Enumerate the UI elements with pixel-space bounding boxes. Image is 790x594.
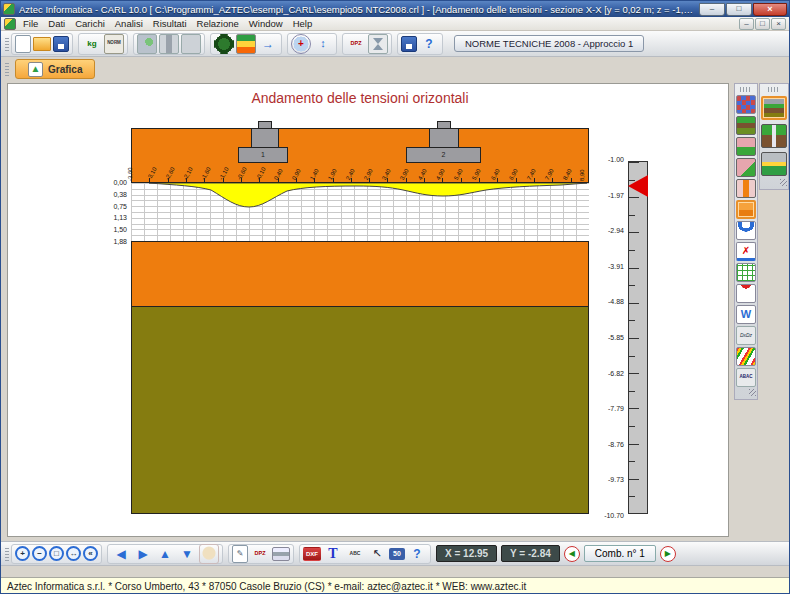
node-tool-icon[interactable]	[137, 34, 157, 54]
menu-item[interactable]: Carichi	[70, 18, 110, 29]
filled-section-icon[interactable]	[736, 137, 756, 156]
output-toolbar-group: ✎DPZ	[228, 544, 294, 564]
embankment-icon[interactable]	[761, 152, 787, 176]
zoom-window-icon[interactable]: □	[49, 546, 64, 561]
tab-grafica[interactable]: ▲ Grafica	[15, 59, 95, 79]
status-text: Aztec Informatica s.r.l. * Corso Umberto…	[7, 581, 526, 592]
depth-scale-bar[interactable]	[628, 161, 648, 514]
single-pile-icon[interactable]	[761, 124, 787, 148]
globe-tool-icon[interactable]: +	[291, 34, 311, 54]
ruler-ticks	[131, 178, 589, 182]
menu-item[interactable]: Relazione	[192, 18, 244, 29]
hourglass-tool-icon[interactable]	[368, 34, 388, 54]
win-close-icon[interactable]: ×	[753, 3, 787, 16]
landscape-tool-icon[interactable]	[236, 34, 256, 54]
horizontal-stress-diagram	[131, 183, 589, 218]
help-tool-icon[interactable]: ?	[419, 34, 439, 54]
pan-right-icon[interactable]: ▶	[133, 544, 153, 564]
units-kgcm-icon[interactable]: kg	[82, 34, 102, 54]
mdi-min-icon[interactable]: –	[739, 18, 754, 30]
colored-squares-icon[interactable]	[736, 95, 756, 114]
scale-label: -3.91	[608, 263, 624, 270]
scale-50-icon[interactable]: 50	[389, 548, 405, 560]
settlement-bowl-icon[interactable]	[736, 221, 756, 240]
window-title: Aztec Informatica - CARL 10.0 [ C:\Progr…	[19, 4, 695, 15]
toolbar-grip[interactable]	[768, 87, 780, 92]
menu-item[interactable]: Help	[288, 18, 318, 29]
soil-layer-olive	[131, 306, 589, 514]
dxdz-icon[interactable]: DxDz	[736, 326, 756, 345]
norme-tecniche-button[interactable]: NORME TECNICHE 2008 - Approccio 1	[454, 35, 644, 52]
depth-label: 0,00	[113, 179, 127, 186]
open-file-icon[interactable]	[33, 37, 51, 51]
text-tool-icon[interactable]: T	[323, 544, 343, 564]
next-comb-icon[interactable]: ▶	[660, 546, 676, 562]
norm-book-icon[interactable]: NORM	[104, 34, 124, 54]
menu-item[interactable]: Window	[244, 18, 288, 29]
toolbar-corner-grip[interactable]	[749, 389, 756, 396]
toolbar-corner-grip[interactable]	[780, 179, 787, 186]
grafica-logo-icon[interactable]: ▲	[28, 62, 43, 77]
scale-major-ticks	[629, 162, 639, 513]
section-arrow-tool-icon[interactable]: →	[258, 34, 278, 54]
two-footings-icon[interactable]	[761, 96, 787, 120]
pointer-tool-icon[interactable]: ↖	[367, 544, 387, 564]
mdi-logo-icon[interactable]	[4, 18, 16, 30]
help-small-icon[interactable]: ?	[407, 544, 427, 564]
zoom-out-icon[interactable]: −	[32, 546, 47, 561]
workspace: Andamento delle tensioni orizontali 1 2 …	[1, 81, 789, 541]
zoom-toolbar-group: +−□↔«	[11, 544, 102, 564]
menu-item[interactable]: Analisi	[110, 18, 148, 29]
load-map-icon[interactable]	[736, 200, 756, 219]
win-restore-icon[interactable]: □	[726, 3, 752, 16]
prev-comb-icon[interactable]: ◀	[564, 546, 580, 562]
menu-item[interactable]: Dati	[43, 18, 70, 29]
print-preview-icon[interactable]: ✎	[232, 545, 248, 563]
failure-surface-icon[interactable]: ✗	[736, 242, 756, 261]
fill-tool-icon[interactable]	[181, 34, 201, 54]
zoom-extents-icon[interactable]: ↔	[66, 546, 81, 561]
pan-down-icon[interactable]: ▼	[177, 544, 197, 564]
win-min-icon[interactable]: –	[699, 3, 725, 16]
save-file-icon[interactable]	[53, 36, 69, 52]
save-data-tool-icon[interactable]	[401, 36, 417, 52]
graphics-toolbar-left: ✗WDxDzABAC	[734, 83, 758, 400]
spell-check-icon[interactable]: ABC	[345, 544, 365, 564]
wreath-tool-icon[interactable]	[214, 34, 234, 54]
zoom-previous-icon[interactable]: «	[83, 546, 98, 561]
dpz-tool-icon[interactable]: DPZ	[346, 34, 366, 54]
menu-item[interactable]: Risultati	[148, 18, 192, 29]
tabrow-grip[interactable]	[5, 62, 9, 76]
x-coordinate-display: X = 12.95	[436, 545, 497, 562]
influence-curves-icon[interactable]	[736, 347, 756, 366]
excavation-icon[interactable]	[736, 158, 756, 177]
abac-icon[interactable]: ABAC	[736, 368, 756, 387]
result-table-icon[interactable]	[736, 263, 756, 282]
pressure-curve-icon[interactable]	[736, 284, 756, 303]
scale-label: -6.82	[608, 370, 624, 377]
depth-label: 0,38	[113, 191, 127, 198]
pan-up-icon[interactable]: ▲	[155, 544, 175, 564]
zoom-in-icon[interactable]: +	[15, 546, 30, 561]
stratigraphy-icon[interactable]	[736, 116, 756, 135]
toolbar-grip[interactable]	[5, 37, 9, 51]
new-file-icon[interactable]	[15, 35, 31, 53]
mdi-restore-icon[interactable]: □	[755, 18, 770, 30]
toolbar-grip[interactable]	[5, 547, 9, 561]
dxf-export-icon[interactable]: DXF	[303, 547, 321, 561]
menu-item[interactable]: File	[18, 18, 43, 29]
print-icon[interactable]	[272, 547, 290, 561]
water-w-icon[interactable]: W	[736, 305, 756, 324]
app-logo-icon[interactable]	[3, 3, 15, 15]
toolbar-grip[interactable]	[740, 87, 752, 92]
mdi-close-icon[interactable]: ×	[771, 18, 786, 30]
borehole-icon[interactable]	[736, 179, 756, 198]
dpz-export-icon[interactable]: DPZ	[250, 544, 270, 564]
y-coordinate-display: Y = -2.84	[501, 545, 560, 562]
pan-left-icon[interactable]: ◀	[111, 544, 131, 564]
nav-toolbar-group: +↕	[287, 33, 337, 55]
pan-hand-icon[interactable]	[199, 544, 219, 564]
handle-tool-icon[interactable]	[159, 34, 179, 54]
extents-tool-icon[interactable]: ↕	[313, 34, 333, 54]
depth-marker-triangle[interactable]	[628, 175, 648, 197]
